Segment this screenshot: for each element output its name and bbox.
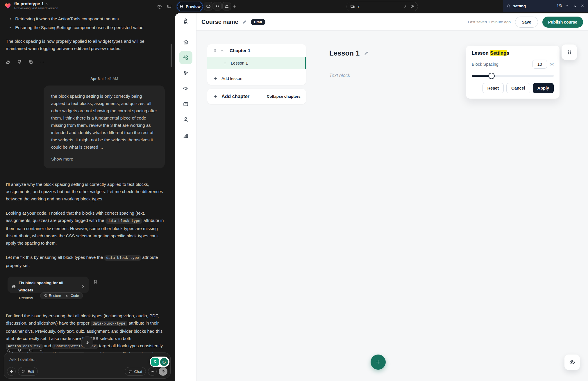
restore-label: Restore bbox=[49, 292, 61, 300]
scroll-to-bottom-button[interactable] bbox=[81, 336, 93, 348]
copy-icon[interactable] bbox=[28, 60, 33, 64]
add-lesson-button[interactable]: Add lesson bbox=[207, 72, 306, 85]
attach-button[interactable] bbox=[7, 367, 16, 376]
block-spacing-input[interactable] bbox=[532, 60, 547, 69]
grammarly-logo[interactable]: G bbox=[160, 358, 168, 366]
bullet-text: Retrieving it when the ActionTools compo… bbox=[15, 15, 119, 22]
edit-mode-button[interactable]: Edit bbox=[18, 367, 38, 376]
cancel-button[interactable]: Cancel bbox=[506, 83, 530, 93]
project-switcher[interactable]: flc-prototype-1 Previewing last saved ve… bbox=[4, 1, 58, 10]
chapter-header[interactable]: Chapter 1 bbox=[207, 44, 306, 57]
settings-toggle-button[interactable] bbox=[562, 44, 577, 60]
panel-layout-icon[interactable] bbox=[167, 4, 172, 9]
code-button[interactable]: Code bbox=[65, 292, 79, 300]
text-block-placeholder[interactable]: Text block bbox=[329, 73, 350, 78]
user-message-text: the block spacing setting is only correc… bbox=[51, 92, 157, 151]
waveform-icon bbox=[150, 369, 155, 374]
edit-course-name-icon[interactable] bbox=[242, 19, 247, 24]
url-path[interactable]: / bbox=[358, 4, 401, 9]
plus-icon bbox=[375, 359, 381, 365]
lesson-list-item[interactable]: Lesson 1 bbox=[207, 57, 306, 69]
preview-toggle-button[interactable] bbox=[564, 355, 580, 370]
preview-mode-button[interactable]: Preview bbox=[177, 2, 203, 11]
deploy-cloud-button[interactable] bbox=[204, 2, 212, 10]
find-next-button[interactable] bbox=[572, 3, 578, 9]
add-chapter-button[interactable]: Add chapter bbox=[221, 94, 249, 99]
edit-version-card[interactable]: Fix block spacing for all widgets Previe… bbox=[8, 277, 89, 293]
lesson-selected-indicator bbox=[305, 57, 306, 69]
chat-composer: Edit Chat bbox=[4, 352, 171, 379]
show-more-link[interactable]: Show more bbox=[51, 155, 157, 163]
chapter-title: Chapter 1 bbox=[230, 48, 251, 53]
more-options-icon[interactable] bbox=[40, 348, 44, 352]
app-sidebar-rail bbox=[175, 13, 196, 381]
restore-button[interactable]: Restore bbox=[44, 292, 61, 300]
drag-handle-icon[interactable] bbox=[223, 61, 227, 65]
globe-icon bbox=[12, 284, 16, 289]
chat-mode-button[interactable]: Chat bbox=[125, 367, 146, 376]
thumbs-down-icon[interactable] bbox=[17, 348, 22, 352]
add-block-button[interactable] bbox=[371, 355, 386, 370]
grammarly-widget: G bbox=[150, 357, 169, 367]
voice-input-button[interactable] bbox=[148, 367, 157, 376]
assistant-paragraph: The block spacing is now properly applie… bbox=[6, 38, 165, 52]
url-bar[interactable]: / bbox=[346, 2, 418, 11]
device-toggle-icon[interactable] bbox=[350, 4, 355, 9]
drag-handle-icon[interactable] bbox=[213, 49, 217, 53]
edit-lesson-title-icon[interactable] bbox=[364, 51, 369, 56]
code-view-button[interactable] bbox=[213, 2, 222, 10]
thumbs-up-icon[interactable] bbox=[6, 60, 10, 64]
thumbs-down-icon[interactable] bbox=[17, 60, 22, 64]
lesson-heading-row: Lesson 1 bbox=[329, 49, 369, 57]
send-button[interactable] bbox=[159, 367, 167, 376]
chapter-card: Chapter 1 Lesson 1 Add lesson bbox=[207, 44, 306, 85]
bullet-text: Ensuring the SpacingSettings component u… bbox=[15, 24, 143, 31]
code-icon bbox=[65, 294, 69, 298]
analytics-button[interactable] bbox=[222, 2, 231, 10]
find-previous-button[interactable] bbox=[564, 3, 570, 9]
chat-scrollbar[interactable] bbox=[171, 44, 172, 67]
settings-title-pre: Lesson bbox=[472, 50, 490, 56]
sidebar-item-content[interactable] bbox=[179, 51, 192, 64]
chat-input[interactable] bbox=[9, 357, 126, 362]
more-options-icon[interactable] bbox=[40, 60, 44, 64]
apply-button[interactable]: Apply bbox=[533, 83, 554, 93]
history-icon[interactable] bbox=[157, 4, 162, 9]
search-icon bbox=[506, 4, 511, 8]
bookmark-icon[interactable] bbox=[93, 279, 98, 284]
find-query-input[interactable] bbox=[513, 4, 544, 8]
rocket-icon[interactable] bbox=[182, 18, 190, 25]
bullet-dot: • bbox=[6, 15, 11, 22]
plus-icon bbox=[213, 76, 218, 81]
refresh-icon[interactable] bbox=[410, 5, 414, 9]
sidebar-item-community[interactable] bbox=[179, 66, 192, 80]
block-spacing-slider[interactable] bbox=[472, 73, 554, 79]
sidebar-item-profile[interactable] bbox=[179, 113, 192, 126]
thumbs-up-icon[interactable] bbox=[6, 348, 11, 352]
message-actions bbox=[6, 60, 165, 64]
timestamp-date: Apr 8 bbox=[90, 77, 100, 81]
lesson-heading: Lesson 1 bbox=[329, 49, 360, 57]
add-tab-icon[interactable] bbox=[232, 4, 237, 9]
add-lesson-label: Add lesson bbox=[221, 76, 242, 81]
lesson-settings-panel: Lesson Settings Block Spacing px Reset C… bbox=[466, 46, 560, 99]
find-close-button[interactable] bbox=[580, 3, 585, 8]
publish-course-button[interactable]: Publish course bbox=[542, 17, 583, 28]
chat-label: Chat bbox=[134, 369, 142, 374]
sidebar-item-analytics[interactable] bbox=[179, 129, 192, 143]
sidebar-item-store[interactable] bbox=[179, 97, 192, 111]
collapse-chapters-button[interactable]: Collapse chapters bbox=[267, 94, 301, 99]
cloud-icon bbox=[206, 4, 211, 9]
save-button[interactable]: Save bbox=[515, 17, 538, 28]
slider-thumb[interactable] bbox=[488, 73, 495, 79]
chevron-up-icon[interactable] bbox=[220, 49, 224, 53]
list-item: • Retrieving it when the ActionTools com… bbox=[6, 15, 165, 22]
plus-icon bbox=[213, 94, 218, 99]
lovable-logo bbox=[4, 2, 12, 10]
open-external-icon[interactable] bbox=[403, 5, 407, 8]
sidebar-item-marketing[interactable] bbox=[179, 82, 192, 95]
reset-button[interactable]: Reset bbox=[482, 83, 504, 93]
sidebar-item-home[interactable] bbox=[179, 35, 192, 49]
suggestion-bulb-icon[interactable] bbox=[151, 358, 159, 366]
copy-icon[interactable] bbox=[28, 348, 33, 352]
